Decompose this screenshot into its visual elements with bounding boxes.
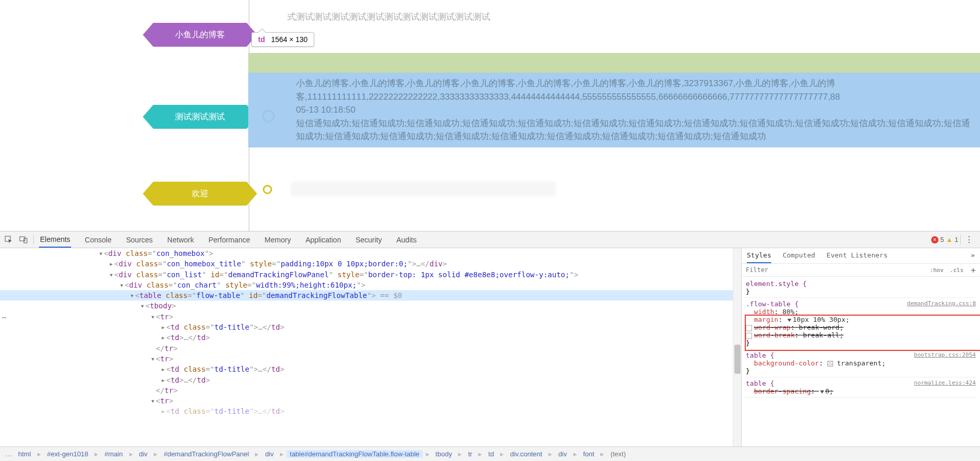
styles-filter-input[interactable] bbox=[742, 264, 927, 276]
dom-node[interactable]: ▾<tr> bbox=[0, 354, 733, 364]
cls-toggle[interactable]: .cls bbox=[947, 267, 967, 274]
dom-node[interactable]: ▾<tr> bbox=[0, 396, 733, 406]
tab-elements[interactable]: Elements bbox=[39, 232, 71, 248]
css-prop[interactable]: background-color bbox=[754, 359, 819, 367]
selector: table { bbox=[746, 351, 774, 359]
toolbar-separator bbox=[33, 235, 34, 245]
stage-badge-test[interactable]: 测试测试测试 bbox=[153, 105, 247, 129]
td-text-line-3: 短信通知成功;短信通知成功;短信通知成功;短信通知成功;短信通知成功;短信通知成… bbox=[296, 117, 974, 143]
bc-div2[interactable]: div bbox=[262, 450, 277, 458]
css-val[interactable]: 0; bbox=[825, 387, 834, 395]
devtools-tabs: Elements Console Sources Network Perform… bbox=[39, 232, 418, 248]
rule-source-link[interactable]: demandTracking.css:8 bbox=[907, 300, 976, 307]
css-prop[interactable]: margin bbox=[754, 316, 778, 323]
css-val[interactable]: 80%; bbox=[782, 308, 798, 316]
shorthand-expand-icon[interactable] bbox=[787, 319, 791, 322]
css-rule-element-style[interactable]: element.style { } bbox=[745, 278, 977, 298]
row-1-text: 式测试测试测试测试测试测试测试测试测试测试测试 bbox=[287, 10, 970, 24]
styles-rules-list[interactable]: element.style { } demandTracking.css:8 .… bbox=[742, 277, 980, 446]
dom-node[interactable]: ▸<td>…</td> bbox=[0, 332, 733, 343]
warning-icon[interactable]: ▲ bbox=[946, 236, 952, 243]
toggle-checkbox[interactable] bbox=[746, 333, 752, 339]
stage-badge-welcome[interactable]: 欢迎 bbox=[153, 182, 247, 206]
tab-console[interactable]: Console bbox=[84, 232, 112, 248]
css-rule-table-bootstrap[interactable]: bootstrap.css:2054 table { background-co… bbox=[745, 349, 977, 377]
rule-source-link[interactable]: bootstrap.css:2054 bbox=[914, 351, 976, 358]
bc-content[interactable]: div.content bbox=[507, 450, 545, 458]
devtools-main: … ▾<div class="con_homebox"> ▸<div class… bbox=[0, 248, 980, 446]
bc-tr[interactable]: tr bbox=[465, 450, 475, 458]
css-prop[interactable]: word-break bbox=[754, 331, 795, 339]
bc-text[interactable]: (text) bbox=[607, 450, 629, 458]
stage-badge-welcome-label: 欢迎 bbox=[192, 188, 208, 199]
css-rule-flow-table[interactable]: demandTracking.css:8 .flow-table { width… bbox=[745, 298, 977, 349]
dom-node[interactable]: ▾<tr> bbox=[0, 311, 733, 322]
dom-breadcrumb[interactable]: … html▶ #ext-gen1018▶ #main▶ div▶ #deman… bbox=[0, 446, 980, 461]
devtools-toolbar: Elements Console Sources Network Perform… bbox=[0, 232, 980, 248]
dom-node-selected[interactable]: ▾<table class="flow-table" id="demandTra… bbox=[0, 290, 733, 301]
css-prop[interactable]: word-wrap bbox=[754, 323, 790, 331]
css-prop[interactable]: width bbox=[754, 308, 774, 316]
scrollbar-thumb[interactable] bbox=[734, 345, 741, 374]
styles-tab-styles[interactable]: Styles bbox=[747, 251, 771, 263]
shorthand-expand-icon[interactable] bbox=[820, 390, 824, 394]
device-toggle-icon[interactable] bbox=[19, 235, 28, 245]
new-style-rule-icon[interactable]: + bbox=[966, 265, 980, 275]
styles-tab-computed[interactable]: Computed bbox=[783, 251, 815, 263]
tab-memory[interactable]: Memory bbox=[264, 232, 292, 248]
dom-node[interactable]: ▸<div class="con_homebox_title" style="p… bbox=[0, 259, 733, 269]
tab-sources[interactable]: Sources bbox=[125, 232, 154, 248]
tab-application[interactable]: Application bbox=[304, 232, 342, 248]
dom-node[interactable]: ▸<td class="td-title">…</td> bbox=[0, 406, 733, 416]
stage-badge-test-label: 测试测试测试 bbox=[175, 112, 225, 123]
hov-toggle[interactable]: :hov bbox=[927, 267, 947, 274]
dom-node[interactable]: ▸<td class="td-title">…</td> bbox=[0, 364, 733, 374]
tab-network[interactable]: Network bbox=[166, 232, 195, 248]
brace-close: } bbox=[746, 367, 750, 375]
tab-performance[interactable]: Performance bbox=[207, 232, 251, 248]
inspect-icon[interactable] bbox=[4, 235, 14, 245]
css-val[interactable]: transparent; bbox=[837, 359, 885, 367]
elements-dom-tree[interactable]: … ▾<div class="con_homebox"> ▸<div class… bbox=[0, 248, 733, 446]
dom-node[interactable]: ▾<div class="con_list" id="demandTrackin… bbox=[0, 269, 733, 280]
bc-td[interactable]: td bbox=[485, 450, 497, 458]
dom-node[interactable]: </tr> bbox=[0, 343, 733, 354]
tab-audits[interactable]: Audits bbox=[395, 232, 418, 248]
tooltip-tag: td bbox=[258, 35, 265, 44]
error-badge[interactable]: ✕ bbox=[931, 236, 938, 243]
tab-security[interactable]: Security bbox=[355, 232, 383, 248]
dom-node[interactable]: ▾<div class="con_homebox"> bbox=[0, 248, 733, 259]
color-swatch-icon[interactable] bbox=[827, 361, 833, 367]
bc-flowtable[interactable]: table#demandTrackingFlowTable.flow-table bbox=[287, 450, 423, 458]
css-rule-table-normalize[interactable]: normalize.less:424 table { border-spacin… bbox=[745, 377, 977, 398]
css-val[interactable]: break-word; bbox=[799, 323, 843, 331]
stage-badge-blog[interactable]: 小鱼儿的博客 bbox=[153, 23, 247, 47]
elements-scrollbar[interactable] bbox=[733, 248, 741, 446]
bc-extgen[interactable]: #ext-gen1018 bbox=[44, 450, 92, 458]
kebab-menu-icon[interactable]: ⋮ bbox=[963, 235, 976, 245]
bc-div3[interactable]: div bbox=[555, 450, 570, 458]
dom-node[interactable]: ▾<tbody> bbox=[0, 301, 733, 311]
tooltip-size: 1564 × 130 bbox=[271, 35, 307, 44]
bc-tbody[interactable]: tbody bbox=[433, 450, 455, 458]
bc-main[interactable]: #main bbox=[101, 450, 126, 458]
styles-tab-eventlisteners[interactable]: Event Listeners bbox=[827, 251, 888, 263]
dom-node[interactable]: ▸<td class="td-title">…</td> bbox=[0, 322, 733, 332]
dom-node[interactable]: ▾<div class="con_chart" style="width:99%… bbox=[0, 280, 733, 290]
warning-count: 1 bbox=[955, 236, 958, 243]
css-val[interactable]: 10px 10% 30px; bbox=[793, 316, 850, 323]
bc-font[interactable]: font bbox=[580, 450, 598, 458]
bc-html[interactable]: html bbox=[15, 450, 34, 458]
css-val[interactable]: break-all; bbox=[803, 331, 843, 339]
dom-node[interactable]: ▸<td>…</td> bbox=[0, 375, 733, 385]
styles-tab-more-icon[interactable]: » bbox=[971, 251, 975, 263]
css-prop[interactable]: border-spacing bbox=[754, 387, 811, 395]
styles-panel: Styles Computed Event Listeners » :hov .… bbox=[741, 248, 980, 446]
dom-node[interactable]: </tr> bbox=[0, 385, 733, 396]
bc-demandpanel[interactable]: #demandTrackingFlowPanel bbox=[160, 450, 252, 458]
rule-source-link[interactable]: normalize.less:424 bbox=[914, 379, 976, 386]
breadcrumb-overflow-icon[interactable]: … bbox=[5, 450, 12, 458]
bc-div1[interactable]: div bbox=[136, 450, 151, 458]
toggle-checkbox[interactable] bbox=[746, 325, 752, 331]
td-text-line-1: 小鱼儿的博客,小鱼儿的博客,小鱼儿的博客,小鱼儿的博客,小鱼儿的博客,小鱼儿的博… bbox=[296, 77, 974, 103]
